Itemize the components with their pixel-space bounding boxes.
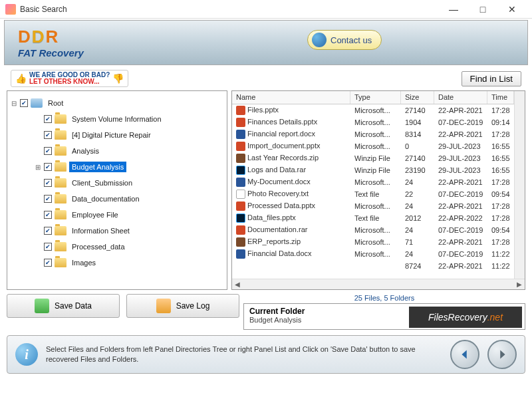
file-name: Photo Recovery.txt — [247, 190, 309, 198]
file-date: 22-APR-2021 — [434, 262, 487, 270]
tree-item[interactable]: ⊞✔Budget Analysis — [10, 159, 224, 175]
file-count: 25 Files, 5 Folders — [243, 294, 525, 302]
file-type: Microsoft... — [350, 130, 401, 138]
file-size: 71 — [401, 238, 434, 246]
file-date: 29-JUL-2023 — [434, 154, 487, 162]
maximize-button[interactable]: □ — [468, 0, 497, 19]
tree-checkbox[interactable]: ✔ — [44, 163, 52, 171]
tree-checkbox[interactable]: ✔ — [20, 99, 28, 107]
folder-icon — [55, 130, 66, 140]
collapse-icon[interactable]: ⊟ — [10, 100, 17, 107]
file-icon — [236, 118, 245, 127]
tree-item-label: Data_documentation — [69, 194, 142, 204]
back-button[interactable] — [450, 340, 479, 369]
tree-item[interactable]: ✔Processed_data — [10, 239, 224, 255]
list-row[interactable]: Financial report.docxMicrosoft...831422-… — [232, 128, 514, 140]
banner-subtitle: FAT Recovery — [18, 47, 84, 59]
tree-checkbox[interactable]: ✔ — [44, 131, 52, 139]
close-button[interactable]: ✕ — [497, 0, 527, 19]
col-date[interactable]: Date — [434, 91, 487, 104]
tree-item[interactable]: ✔[4] Digital Picture Repair — [10, 127, 224, 143]
feedback-banner[interactable]: 👍 WE ARE GOOD OR BAD? LET OTHERS KNOW...… — [11, 70, 128, 87]
tree-item[interactable]: ✔Images — [10, 255, 224, 271]
file-name: Logs and Data.rar — [247, 166, 306, 174]
minimize-button[interactable]: — — [439, 0, 468, 19]
next-button[interactable] — [487, 340, 517, 369]
list-row[interactable]: Files.pptxMicrosoft...2714022-APR-202117… — [232, 104, 514, 116]
file-time: 09:14 — [487, 118, 514, 126]
file-time: 17:28 — [487, 106, 514, 114]
contact-us-button[interactable]: Contact us — [307, 30, 382, 50]
list-row[interactable]: 872422-APR-202111:22 — [232, 260, 514, 272]
file-time: 17:28 — [487, 178, 514, 186]
tree-checkbox[interactable]: ✔ — [44, 147, 52, 155]
folder-icon — [55, 226, 66, 235]
tree-item-label: Processed_data — [69, 241, 128, 252]
contact-avatar-icon — [312, 33, 327, 47]
list-row[interactable]: Processed Data.pptxMicrosoft...2422-APR-… — [232, 200, 514, 212]
window-title: Basic Search — [20, 5, 439, 14]
tree-checkbox[interactable]: ✔ — [44, 227, 52, 235]
file-time: 11:22 — [487, 250, 514, 258]
file-time: 11:22 — [487, 262, 514, 270]
list-body[interactable]: Files.pptxMicrosoft...2714022-APR-202117… — [232, 104, 514, 279]
list-row[interactable]: Photo Recovery.txtText file2207-DEC-2019… — [232, 188, 514, 200]
col-time[interactable]: Time — [487, 91, 514, 104]
tree-item-label: Client_Submission — [69, 178, 135, 188]
tree-root[interactable]: ⊟ ✔ Root — [10, 95, 224, 111]
list-row[interactable]: Documentation.rarMicrosoft...2407-DEC-20… — [232, 224, 514, 236]
folder-icon — [55, 194, 66, 203]
tree-item[interactable]: ✔Analysis — [10, 143, 224, 159]
file-name: Processed Data.pptx — [247, 201, 315, 209]
tree-checkbox[interactable]: ✔ — [44, 259, 52, 267]
list-row[interactable]: Logs and Data.rarWinzip File2319029-JUL-… — [232, 164, 514, 176]
file-icon — [236, 190, 245, 199]
list-row[interactable]: Import_document.pptxMicrosoft...029-JUL-… — [232, 140, 514, 152]
folder-tree[interactable]: ⊟ ✔ Root ✔System Volume Information✔[4] … — [7, 90, 227, 290]
list-row[interactable]: ERP_reports.zipMicrosoft...7122-APR-2021… — [232, 236, 514, 248]
save-log-button[interactable]: Save Log — [126, 294, 239, 318]
file-size: 22 — [401, 190, 434, 198]
list-row[interactable]: My-Document.docxMicrosoft...2422-APR-202… — [232, 176, 514, 188]
file-time: 17:28 — [487, 130, 514, 138]
vertical-scrollbar[interactable] — [514, 91, 525, 279]
tree-checkbox[interactable]: ✔ — [44, 195, 52, 203]
scroll-right-icon[interactable]: ▶ — [514, 281, 525, 288]
file-date: 22-APR-2021 — [434, 238, 487, 246]
tree-item[interactable]: ✔Information Sheet — [10, 223, 224, 239]
list-row[interactable]: Financial Data.docxMicrosoft...2407-DEC-… — [232, 248, 514, 260]
list-row[interactable]: Last Year Records.zipWinzip File2714029-… — [232, 152, 514, 164]
save-log-icon — [156, 299, 171, 313]
banner-logo: DDR FAT Recovery — [18, 27, 84, 59]
tree-item[interactable]: ✔Employee File — [10, 207, 224, 223]
file-size: 24 — [401, 226, 434, 234]
save-data-button[interactable]: Save Data — [7, 294, 120, 318]
col-size[interactable]: Size — [401, 91, 434, 104]
tree-item[interactable]: ✔System Volume Information — [10, 111, 224, 127]
expand-icon[interactable]: ⊞ — [34, 164, 41, 171]
file-date: 07-DEC-2019 — [434, 226, 487, 234]
col-type[interactable]: Type — [350, 91, 401, 104]
horizontal-scrollbar[interactable]: ◀ ▶ — [232, 279, 525, 289]
list-row[interactable]: Data_files.pptxText file201222-APR-20221… — [232, 212, 514, 224]
tree-checkbox[interactable]: ✔ — [44, 115, 52, 123]
list-row[interactable]: Finances Details.pptxMicrosoft...190407-… — [232, 116, 514, 128]
find-in-list-button[interactable]: Find in List — [462, 71, 521, 86]
file-time: 17:28 — [487, 214, 514, 222]
file-icon — [236, 213, 245, 223]
tree-item-label: System Volume Information — [69, 114, 164, 124]
file-date: 07-DEC-2019 — [434, 250, 487, 258]
list-header: Name Type Size Date Time — [232, 91, 514, 104]
file-date: 29-JUL-2023 — [434, 142, 487, 150]
file-name: Finances Details.pptx — [247, 118, 317, 126]
file-date: 07-DEC-2019 — [434, 190, 487, 198]
tree-checkbox[interactable]: ✔ — [44, 179, 52, 187]
tree-item[interactable]: ✔Client_Submission — [10, 175, 224, 191]
tree-checkbox[interactable]: ✔ — [44, 243, 52, 251]
tree-checkbox[interactable]: ✔ — [44, 211, 52, 219]
main: ⊟ ✔ Root ✔System Volume Information✔[4] … — [0, 90, 532, 290]
scroll-left-icon[interactable]: ◀ — [232, 281, 243, 288]
tree-item[interactable]: ✔Data_documentation — [10, 191, 224, 207]
col-name[interactable]: Name — [232, 91, 350, 104]
file-icon — [236, 154, 245, 163]
